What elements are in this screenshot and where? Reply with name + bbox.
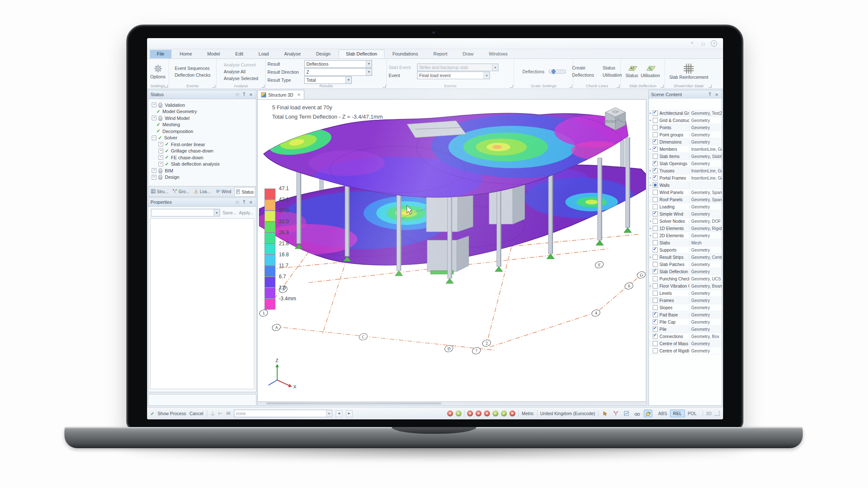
analyse-all-button[interactable]: Analyse All — [222, 69, 260, 75]
scene-row-slab-items[interactable]: Slab ItemsGeometry, SlabOu... — [649, 153, 722, 160]
tree-item-first-order-linear[interactable]: +✓First-order linear — [150, 141, 254, 148]
structure-3d-tab[interactable]: Structure 3D ✕ — [257, 90, 304, 99]
row-expander-icon[interactable]: ▸ — [649, 147, 652, 151]
dialog-launcher-icon[interactable] — [510, 85, 513, 88]
support-alter-tool-icon[interactable]: ⊢ — [218, 410, 223, 416]
close-icon[interactable]: ✕ — [714, 92, 720, 97]
scene-row-punching-checks[interactable]: Punching ChecksGeometry, UCS — [649, 275, 722, 283]
support-tool-icon[interactable]: ⊥ — [211, 410, 215, 416]
scene-row-simple-wind[interactable]: Simple WindGeometry — [649, 211, 722, 218]
ribbon-tab-model[interactable]: Model — [200, 50, 227, 58]
status-error-icon[interactable]: ✕ — [447, 410, 453, 416]
units-button[interactable]: Metric — [522, 411, 534, 416]
abs-button[interactable]: ABS — [655, 410, 670, 417]
event-sequences-button[interactable]: Event Sequences — [173, 65, 212, 71]
deflection-checks-button[interactable]: Deflection Checks — [173, 72, 212, 78]
collapse-ribbon-icon[interactable]: ^ — [689, 40, 696, 47]
view-cube[interactable]: TOP FRONT RIGHT — [600, 104, 630, 133]
scene-row-result-strips[interactable]: ▸Result StripsGeometry, Centre... — [649, 254, 722, 261]
row-expander-icon[interactable]: ▸ — [649, 169, 652, 172]
resize-grip[interactable] — [715, 411, 720, 416]
slab-status-button[interactable]: Status — [626, 65, 638, 78]
row-expander-icon[interactable]: ▸ — [649, 227, 652, 230]
scene-row-supports[interactable]: SupportsGeometry — [649, 247, 722, 254]
tree-item-grillage-chase-down[interactable]: +✓Grillage chase-down — [150, 148, 254, 155]
scene-row-architectural-grids[interactable]: ▸Architectural GridsGeometry, Text2D — [649, 110, 722, 117]
visibility-checkbox[interactable] — [653, 139, 658, 144]
ribbon-tab-load[interactable]: Load — [251, 50, 276, 58]
save-link[interactable]: Save... — [223, 210, 236, 215]
visibility-checkbox[interactable] — [653, 161, 658, 166]
status-ok-icon[interactable]: ✓ — [456, 410, 462, 416]
status-ok-icon[interactable]: ✓ — [492, 410, 498, 416]
scene-row-slab-deflection-chec[interactable]: Slab Deflection Chec...Geometry — [649, 268, 722, 275]
tree-item-slab-deflection-analysis[interactable]: +✓Slab deflection analysis — [150, 161, 254, 168]
scene-row-slopes[interactable]: SlopesGeometry — [649, 304, 722, 311]
options-button[interactable]: Options — [150, 64, 165, 79]
tree-item-design[interactable]: +Design — [150, 174, 254, 181]
scene-row-grid-construction[interactable]: ▸Grid & Construction ...Geometry — [649, 117, 722, 124]
scene-row-portal-frames[interactable]: ▸Portal FramesInsertionLine, Geo... — [649, 175, 722, 182]
ribbon-tab-slab-deflection[interactable]: Slab Deflection — [339, 50, 384, 58]
visibility-checkbox[interactable] — [653, 211, 658, 216]
scene-row-solver-nodes[interactable]: ▸Solver NodesGeometry, DOF — [649, 218, 722, 225]
ribbon-tab-design[interactable]: Design — [309, 50, 338, 58]
scene-row-loading[interactable]: LoadingGeometry — [649, 203, 722, 211]
pol-button[interactable]: POL — [685, 410, 700, 417]
scene-row-2d-elements[interactable]: ▸2D ElementsGeometry — [649, 232, 722, 239]
window-style-icon[interactable]: □ — [700, 40, 707, 47]
visibility-checkbox[interactable] — [653, 226, 658, 231]
visibility-checkbox[interactable] — [653, 247, 658, 252]
slab-edit-tool-icon[interactable] — [644, 410, 652, 417]
row-expander-icon[interactable]: ▸ — [649, 176, 652, 180]
check-line-status-button[interactable]: Status — [601, 65, 624, 71]
scene-row-levels[interactable]: LevelsGeometry — [649, 290, 722, 297]
prev-arrow-button[interactable]: ◀ — [336, 410, 342, 417]
close-icon[interactable]: ✕ — [248, 92, 254, 97]
pin-icon[interactable] — [241, 92, 247, 97]
scrollbar-thumb[interactable] — [266, 402, 441, 405]
next-arrow-button[interactable]: ▶ — [346, 410, 353, 417]
scene-row-members[interactable]: ▸MembersInsertionLine, Geo... — [649, 146, 722, 153]
float-panel-icon[interactable]: □ — [234, 92, 240, 97]
tree-expander-icon[interactable]: − — [152, 136, 156, 140]
help-icon[interactable]: ? — [711, 40, 717, 47]
scene-row-pile[interactable]: PileGeometry — [649, 326, 722, 333]
scene-row-roof-panels[interactable]: Roof PanelsGeometry, SpanDi... — [649, 196, 722, 203]
ribbon-tab-windows[interactable]: Windows — [481, 50, 515, 58]
tree-item-solver[interactable]: −✓Solver — [150, 135, 254, 141]
rel-button[interactable]: REL — [670, 410, 684, 417]
scene-row-floor-vibration-checks[interactable]: ▸Floor Vibration ChecksGeometry, Beams..… — [649, 283, 722, 290]
scene-row-point-groups[interactable]: Point groupsGeometry — [649, 131, 722, 139]
row-expander-icon[interactable]: ▸ — [649, 255, 652, 259]
binoculars-icon[interactable] — [633, 410, 641, 417]
analyse-selected-button[interactable]: Analyse Selected — [222, 75, 260, 81]
dialog-launcher-icon[interactable] — [661, 85, 664, 88]
visibility-checkbox[interactable] — [653, 319, 658, 324]
dialog-launcher-icon[interactable] — [262, 85, 264, 88]
close-tab-icon[interactable]: ✕ — [297, 92, 300, 97]
visibility-checkbox[interactable] — [653, 262, 658, 267]
check-line-utilisation-button[interactable]: Utilisation — [601, 72, 624, 78]
tree-item-decomposition[interactable]: ✓Decomposition — [150, 128, 254, 135]
visibility-checkbox[interactable] — [653, 197, 658, 202]
scene-row-centre-of-mass[interactable]: Centre of MassGeometry — [649, 340, 722, 347]
scene-row-frames[interactable]: FramesGeometry — [649, 297, 722, 304]
dialog-launcher-icon[interactable] — [212, 85, 215, 88]
ribbon-tab-analyse[interactable]: Analyse — [277, 50, 308, 58]
mail-icon[interactable]: ✉ — [226, 410, 231, 416]
scene-row-slabs[interactable]: SlabsMesh — [649, 239, 722, 247]
visibility-checkbox[interactable] — [653, 298, 658, 303]
visibility-checkbox[interactable] — [653, 348, 658, 353]
ribbon-tab-edit[interactable]: Edit — [228, 50, 250, 58]
dialog-launcher-icon[interactable] — [709, 85, 712, 88]
ribbon-tab-home[interactable]: Home — [172, 50, 199, 58]
scene-row-dimensions[interactable]: DimensionsGeometry — [649, 139, 722, 146]
scene-row-walls[interactable]: ▸Walls — [649, 182, 722, 189]
slab-utilisation-button[interactable]: Utilisation — [641, 65, 660, 78]
visibility-checkbox[interactable] — [653, 168, 658, 173]
dialog-launcher-icon[interactable] — [617, 85, 620, 88]
scene-row-pile-cap[interactable]: Pile CapGeometry — [649, 319, 722, 326]
properties-combo[interactable]: ▼ — [151, 209, 220, 216]
visibility-checkbox[interactable] — [653, 269, 658, 274]
